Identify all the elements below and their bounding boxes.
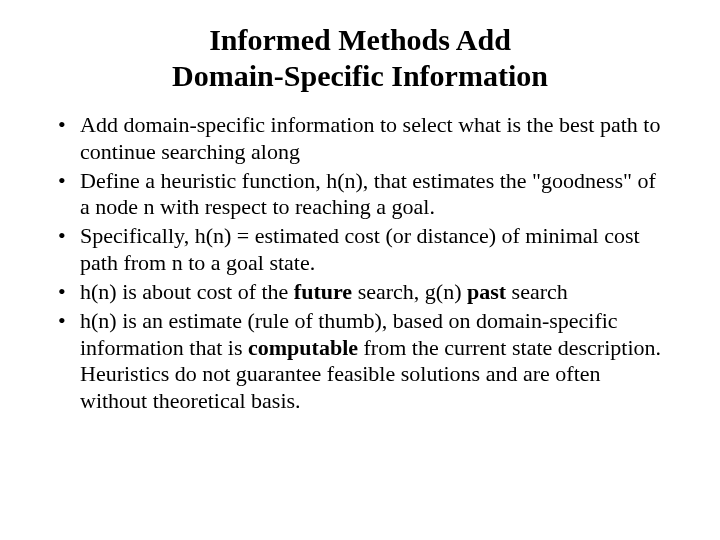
bullet-text-bold: past — [467, 279, 506, 304]
bullet-text-bold: computable — [248, 335, 358, 360]
bullet-list: Add domain-specific information to selec… — [48, 112, 672, 415]
title-line-2: Domain-Specific Information — [172, 59, 548, 92]
bullet-text: Specifically, h(n) = estimated cost (or … — [80, 223, 640, 275]
bullet-text-part: search — [506, 279, 568, 304]
bullet-text-part: search, g(n) — [352, 279, 467, 304]
title-line-1: Informed Methods Add — [209, 23, 511, 56]
bullet-text: Add domain-specific information to selec… — [80, 112, 660, 164]
bullet-item: Add domain-specific information to selec… — [54, 112, 666, 166]
bullet-item: h(n) is an estimate (rule of thumb), bas… — [54, 308, 666, 415]
bullet-item: Define a heuristic function, h(n), that … — [54, 168, 666, 222]
bullet-text-bold: future — [294, 279, 352, 304]
bullet-text: Define a heuristic function, h(n), that … — [80, 168, 656, 220]
slide-title: Informed Methods Add Domain-Specific Inf… — [48, 22, 672, 94]
slide: Informed Methods Add Domain-Specific Inf… — [0, 0, 720, 540]
bullet-item: Specifically, h(n) = estimated cost (or … — [54, 223, 666, 277]
bullet-text-part: h(n) is about cost of the — [80, 279, 294, 304]
bullet-item: h(n) is about cost of the future search,… — [54, 279, 666, 306]
